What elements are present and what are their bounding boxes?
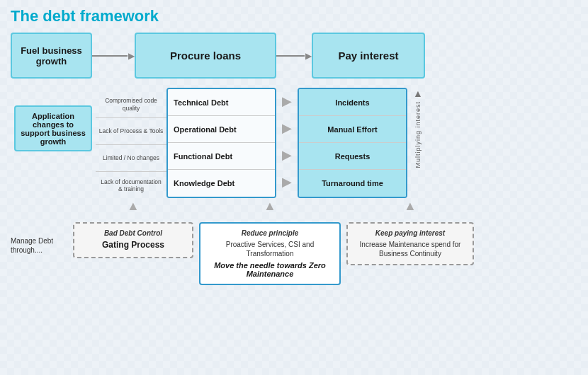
right-label: ▲ Multiplying interest: [407, 88, 429, 168]
mid-arrow-1: ▶: [282, 115, 292, 142]
result-col: Incidents Manual Effort Requests Turnaro…: [298, 88, 407, 198]
up-arrow-icon: ▲: [413, 88, 423, 99]
keep-italic: Keep paying interest: [355, 229, 465, 237]
up-arrows-row: ▲ ▲ ▲: [11, 199, 581, 214]
app-box: Application changes to support business …: [14, 105, 92, 151]
result-item-2: Requests: [299, 143, 406, 170]
label-item-1: Lack of Process & Tools: [96, 118, 166, 145]
debt-col: Technical Debt Operational Debt Function…: [166, 88, 276, 198]
reduce-italic: Reduce principle: [208, 229, 332, 237]
arrow-procure-to-pay: [276, 49, 312, 63]
up-arrow-keep: ▲: [346, 199, 474, 214]
result-item-3: Turnaround time: [299, 170, 406, 197]
bad-debt-bold: Gating Process: [81, 240, 185, 250]
debt-item-3: Knowledge Debt: [168, 170, 275, 197]
labels-col: Compromised code quality Lack of Process…: [96, 90, 166, 199]
mid-arrow-0: ▶: [282, 88, 292, 115]
procure-box: Procure loans: [135, 33, 276, 79]
debt-item-1: Operational Debt: [168, 116, 275, 143]
up-arrow-reduce: ▲: [199, 199, 341, 214]
debt-item-0: Technical Debt: [168, 89, 275, 116]
result-item-0: Incidents: [299, 89, 406, 116]
keep-box: Keep paying interest Increase Maintenanc…: [346, 222, 474, 265]
arrow-fuel-to-procure: [92, 49, 135, 63]
label-item-3: Lack of documentation & training: [96, 172, 166, 199]
mid-arrow-2: ▶: [282, 142, 292, 168]
middle-row: Application changes to support business …: [11, 84, 581, 199]
manage-debt-text: Manage Debt through....: [11, 222, 67, 255]
bottom-row: Manage Debt through.... Bad Debt Control…: [11, 222, 581, 285]
bad-debt-italic: Bad Debt Control: [81, 229, 185, 237]
left-col: Application changes to support business …: [11, 84, 96, 151]
label-item-2: Limited / No changes: [96, 145, 166, 172]
bad-debt-box: Bad Debt Control Gating Process: [73, 222, 193, 258]
result-item-1: Manual Effort: [299, 116, 406, 143]
pay-box: Pay interest: [312, 33, 425, 79]
reduce-sub: Move the needle towards Zero Maintenance: [208, 261, 332, 278]
fuel-box: Fuel business growth: [11, 33, 92, 79]
up-arrow-bad: ▲: [73, 199, 193, 214]
page: The debt framework Fuel business growth …: [0, 0, 588, 375]
label-item-0: Compromised code quality: [96, 91, 166, 118]
reduce-box: Reduce principle Proactive Services, CSI…: [199, 222, 341, 285]
multiplying-label: Multiplying interest: [414, 101, 422, 168]
page-title: The debt framework: [11, 7, 581, 25]
reduce-normal: Proactive Services, CSI and Transformati…: [208, 240, 332, 258]
keep-normal: Increase Maintenance spend for Business …: [355, 240, 465, 258]
mid-arrow-3: ▶: [282, 168, 292, 195]
mid-arrow-col: ▶ ▶ ▶ ▶: [276, 88, 298, 195]
debt-item-2: Functional Debt: [168, 143, 275, 170]
top-row: Fuel business growth Procure loans Pay i…: [11, 33, 581, 79]
